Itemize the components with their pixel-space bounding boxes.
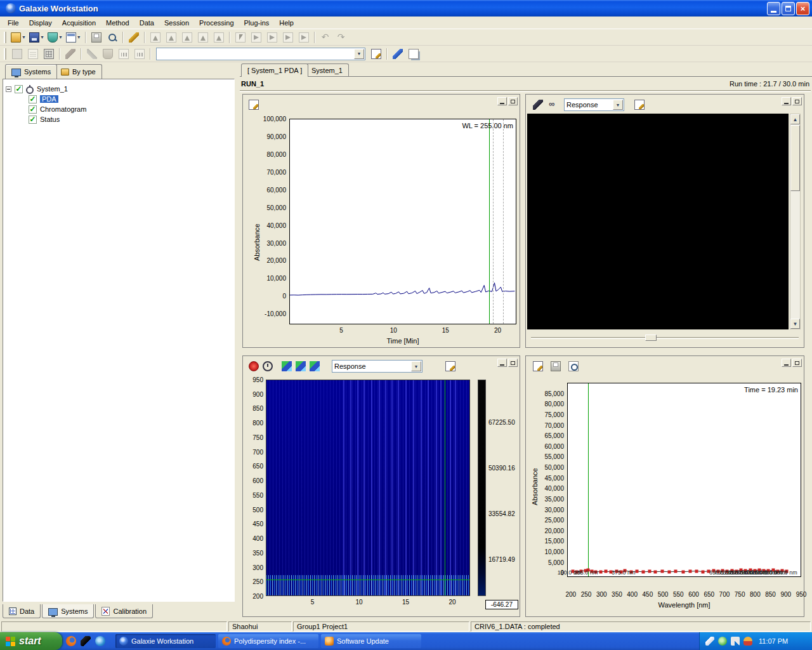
doc-tab-system1-pda[interactable]: [ System_1 PDA ] bbox=[241, 63, 308, 77]
close-button[interactable]: × bbox=[796, 2, 809, 15]
stop-acquisition-button[interactable] bbox=[247, 360, 261, 373]
dropper-tool-button[interactable] bbox=[531, 98, 545, 111]
toolbar-grip[interactable] bbox=[4, 48, 6, 60]
compare-chromatograms-button[interactable] bbox=[406, 47, 421, 61]
print-spectrum-button[interactable] bbox=[549, 360, 563, 373]
menu-help[interactable]: Help bbox=[274, 18, 299, 28]
print-preview-button[interactable] bbox=[105, 30, 120, 44]
tree-node-pda[interactable]: ✓ PDA bbox=[29, 94, 232, 104]
menu-plugins[interactable]: Plug-ins bbox=[239, 18, 275, 28]
menu-display[interactable]: Display bbox=[24, 18, 57, 28]
time-cursor[interactable] bbox=[489, 119, 490, 324]
panel-minimize-button[interactable] bbox=[782, 359, 791, 367]
dropdown-arrow-icon[interactable]: ▼ bbox=[354, 49, 364, 59]
signal-select[interactable]: Response ▼ bbox=[564, 98, 624, 111]
panel-properties-button[interactable] bbox=[443, 360, 457, 373]
start-button[interactable]: start bbox=[0, 632, 62, 650]
scroll-up-button[interactable]: ▲ bbox=[790, 114, 800, 124]
3d-view-canvas[interactable] bbox=[527, 114, 789, 329]
tray-security-icon[interactable] bbox=[743, 637, 752, 646]
panel-properties-button[interactable] bbox=[247, 98, 261, 111]
tab-systems[interactable]: Systems bbox=[5, 64, 57, 79]
run-acquisition-button[interactable]: ▼ bbox=[46, 30, 64, 44]
tree-node-system1[interactable]: ✓ System_1 bbox=[6, 84, 232, 94]
collapse-icon[interactable] bbox=[6, 86, 11, 92]
open-button[interactable]: ▼ bbox=[10, 30, 27, 44]
menu-acquisition[interactable]: Acquisition bbox=[57, 18, 101, 28]
dropdown-arrow-icon[interactable]: ▼ bbox=[613, 100, 623, 110]
tab-calibration[interactable]: Calibration bbox=[95, 604, 153, 618]
tab-systems-bottom[interactable]: Systems bbox=[42, 604, 94, 618]
tree-node-label[interactable]: Status bbox=[40, 116, 60, 123]
file-search-combobox[interactable]: ▼ bbox=[156, 48, 365, 60]
checkbox-checked-icon[interactable]: ✓ bbox=[29, 95, 37, 103]
dropdown-arrow-icon[interactable]: ▼ bbox=[411, 361, 421, 371]
wavelength-cursor[interactable] bbox=[266, 580, 469, 580]
title-bar[interactable]: Galaxie Workstation × bbox=[0, 0, 812, 17]
preview-spectrum-button[interactable] bbox=[566, 360, 580, 373]
menu-processing[interactable]: Processing bbox=[194, 18, 239, 28]
view-spectra-button[interactable] bbox=[308, 360, 322, 373]
print-button[interactable] bbox=[89, 30, 104, 44]
view-3d-button[interactable] bbox=[294, 360, 308, 373]
dropdown-arrow-icon[interactable]: ▼ bbox=[40, 35, 44, 39]
panel-properties-button[interactable] bbox=[531, 360, 545, 373]
menu-session[interactable]: Session bbox=[159, 18, 194, 28]
quicklaunch-ink-icon[interactable] bbox=[81, 636, 91, 646]
menu-file[interactable]: File bbox=[3, 18, 24, 28]
quicklaunch-messenger-icon[interactable] bbox=[95, 636, 105, 646]
panel-restore-button[interactable] bbox=[508, 359, 518, 367]
tray-clock[interactable]: 11:07 PM bbox=[759, 637, 788, 645]
menu-method[interactable]: Method bbox=[101, 18, 134, 28]
panel-minimize-button[interactable] bbox=[497, 359, 507, 367]
dropdown-arrow-icon[interactable]: ▼ bbox=[77, 35, 81, 39]
taskbar-task-galaxie[interactable]: Galaxie Workstation bbox=[115, 634, 216, 648]
rotation-slider-thumb[interactable] bbox=[645, 335, 657, 341]
panel-restore-button[interactable] bbox=[792, 359, 802, 367]
tree-node-label[interactable]: PDA bbox=[40, 95, 58, 103]
wavelength-cursor[interactable] bbox=[588, 383, 589, 576]
minimize-button[interactable] bbox=[767, 2, 780, 15]
tray-volume-icon[interactable] bbox=[731, 637, 740, 646]
panel-restore-button[interactable] bbox=[508, 97, 518, 105]
window-layout-button[interactable]: ▼ bbox=[65, 30, 82, 44]
checkbox-checked-icon[interactable]: ✓ bbox=[15, 85, 23, 93]
time-cursor[interactable] bbox=[445, 380, 445, 595]
tab-by-type[interactable]: By type bbox=[55, 64, 102, 79]
checkbox-checked-icon[interactable]: ✓ bbox=[29, 105, 37, 114]
panel-minimize-button[interactable] bbox=[782, 97, 791, 105]
menu-data[interactable]: Data bbox=[134, 18, 159, 28]
save-button[interactable]: ▼ bbox=[28, 30, 46, 44]
annotation-pen-button[interactable] bbox=[390, 47, 405, 61]
panel-restore-button[interactable] bbox=[792, 97, 802, 105]
taskbar-task-polydispersity[interactable]: Polydispersity index -... bbox=[218, 634, 318, 648]
calculator-button[interactable] bbox=[41, 47, 56, 61]
tree-node-chromatogram[interactable]: ✓ Chromatogram bbox=[29, 104, 232, 114]
open-properties-button[interactable] bbox=[369, 47, 384, 61]
taskbar-task-software-update[interactable]: Software Update bbox=[321, 634, 421, 648]
panel-minimize-button[interactable] bbox=[497, 97, 507, 105]
link-axes-button[interactable] bbox=[546, 98, 560, 111]
signature-pen-button[interactable] bbox=[126, 30, 141, 44]
quicklaunch-firefox-icon[interactable] bbox=[66, 636, 76, 646]
rotation-slider-track[interactable] bbox=[531, 337, 799, 339]
tree-node-label[interactable]: System_1 bbox=[37, 85, 68, 93]
dropdown-arrow-icon[interactable]: ▼ bbox=[58, 35, 63, 39]
doc-tab-system1[interactable]: System_1 bbox=[305, 63, 349, 77]
vertical-scrollbar[interactable]: ▲ ▼ bbox=[790, 114, 801, 329]
maximize-button[interactable] bbox=[782, 2, 795, 15]
panel-properties-button[interactable] bbox=[632, 98, 646, 111]
tree-node-label[interactable]: Chromatogram bbox=[40, 105, 86, 113]
scroll-thumb[interactable] bbox=[790, 125, 800, 191]
view-contour-button[interactable] bbox=[280, 360, 294, 373]
tray-stylus-icon[interactable] bbox=[705, 637, 714, 646]
chromatogram-plot[interactable]: WL = 255.00 nm bbox=[289, 119, 516, 324]
timer-button[interactable] bbox=[261, 360, 275, 373]
tab-data[interactable]: Data bbox=[3, 604, 41, 618]
isoplot-heatmap[interactable] bbox=[266, 380, 470, 596]
dropdown-arrow-icon[interactable]: ▼ bbox=[22, 35, 26, 39]
tray-messenger-icon[interactable] bbox=[718, 637, 727, 646]
checkbox-checked-icon[interactable]: ✓ bbox=[29, 116, 37, 124]
signal-select[interactable]: Response ▼ bbox=[332, 360, 422, 373]
spectrum-plot[interactable]: Time = 19.23 min 190.0 nm255.0 nm375.0 n… bbox=[567, 383, 801, 577]
